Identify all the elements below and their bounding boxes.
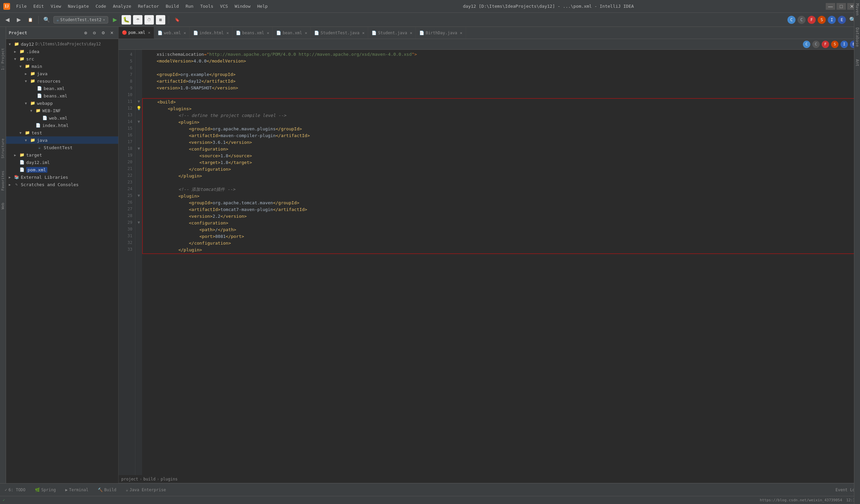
maximize-button[interactable]: □ [836, 3, 846, 10]
web-tab-label[interactable]: Web [0, 201, 6, 211]
breadcrumb-project[interactable]: project [121, 477, 139, 481]
tree-java-main[interactable]: ▶ 📁 java [6, 70, 118, 77]
tab-beans-xml[interactable]: 📄 beans.xml ✕ [232, 27, 273, 39]
gutter-icon-28 [135, 212, 142, 219]
menu-build[interactable]: Build [162, 2, 182, 10]
debug-button[interactable]: 🐛 [121, 15, 131, 25]
tree-resources[interactable]: ▼ 📁 resources [6, 77, 118, 85]
tree-webapp[interactable]: ▼ 📁 webapp [6, 99, 118, 107]
java-enterprise-tab[interactable]: ☕ Java Enterprise [124, 486, 168, 493]
tree-day12-iml[interactable]: ▶ 📄 day12.iml [6, 159, 118, 166]
menu-view[interactable]: View [47, 2, 64, 10]
tab-bean-xml[interactable]: 📄 bean.xml ✕ [273, 27, 311, 39]
tree-external-libraries[interactable]: ▶ 📚 External Libraries [6, 173, 118, 181]
tree-bean-xml[interactable]: ▶ 📄 bean.xml [6, 85, 118, 92]
menu-tools[interactable]: Tools [197, 2, 217, 10]
gutter-fold-11[interactable]: ▼ [135, 98, 142, 105]
gutter-bulb-12[interactable]: 💡 [135, 105, 142, 112]
tab-pom-xml[interactable]: 🔴 pom.xml ✕ [118, 27, 154, 39]
tree-web-xml[interactable]: ▶ 📄 web.xml [6, 114, 118, 121]
menu-run[interactable]: Run [182, 2, 197, 10]
code-content[interactable]: xsi:schemaLocation="http://maven.apache.… [142, 50, 860, 475]
tree-pom-xml[interactable]: ▶ 📄 pom.xml [6, 166, 118, 173]
project-settings-button[interactable]: ⚙ [99, 29, 107, 37]
menu-window[interactable]: Window [231, 2, 254, 10]
tab-student-test[interactable]: 📄 StudentTest.java ✕ [311, 27, 368, 39]
menu-help[interactable]: Help [254, 2, 271, 10]
tab-close-button[interactable]: ✕ [148, 30, 150, 35]
gutter-fold-18[interactable]: ▼ [135, 145, 142, 152]
code-line-28: <version>2.2</version> [143, 213, 859, 220]
back-button[interactable]: ◀ [3, 15, 12, 25]
menu-file[interactable]: File [13, 2, 30, 10]
menu-refactor[interactable]: Refactor [135, 2, 162, 10]
gutter-icon-33 [135, 246, 142, 253]
tree-java-test[interactable]: ▼ 📁 java [6, 136, 118, 144]
tree-webinf[interactable]: ▼ 📁 WEB-INF [6, 107, 118, 114]
tab-close-button[interactable]: ✕ [183, 31, 186, 35]
stop-button[interactable]: ⏹ [156, 15, 165, 25]
project-close-button[interactable]: ✕ [108, 29, 116, 37]
tree-beans-xml[interactable]: ▶ 📄 beans.xml [6, 92, 118, 99]
database-tab-label[interactable]: Database [855, 28, 860, 47]
spring-tab[interactable]: 🌿 Spring [33, 486, 58, 493]
profile-button[interactable]: ⏱ [144, 15, 154, 25]
menu-edit[interactable]: Edit [30, 2, 47, 10]
project-tab-label[interactable]: 1: Project [0, 47, 6, 71]
tab-web-xml[interactable]: 📄 web.xml ✕ [154, 27, 190, 39]
expand-all-button[interactable]: ⊕ [82, 29, 89, 37]
tree-main[interactable]: ▼ 📁 main [6, 62, 118, 70]
minimize-button[interactable]: — [826, 3, 835, 10]
tree-target[interactable]: ▶ 📁 target [6, 151, 118, 159]
breadcrumb-build[interactable]: build [143, 477, 156, 481]
tab-student-java[interactable]: 📄 Student.java ✕ [368, 27, 416, 39]
menu-analyze[interactable]: Analyze [110, 2, 135, 10]
build-tab[interactable]: 🔨 Build [96, 486, 118, 493]
forward-button[interactable]: ▶ [14, 15, 24, 25]
tree-student-test[interactable]: ▶ ☕ StudentTest [6, 144, 118, 151]
todo-tab[interactable]: ✓ 6: TODO [3, 486, 28, 493]
tree-idea[interactable]: ▶ 📁 .idea [6, 48, 118, 55]
menu-navigate[interactable]: Navigate [64, 2, 92, 10]
tab-close-button[interactable]: ✕ [362, 31, 364, 35]
tab-close-button[interactable]: ✕ [460, 31, 462, 35]
run-button[interactable]: ▶ [110, 15, 119, 25]
favorites-tab-label[interactable]: Favorites [0, 169, 6, 192]
folder-icon: 📁 [19, 152, 25, 158]
collapse-all-button[interactable]: ⊖ [91, 29, 98, 37]
tree-root-day12[interactable]: ▼ 📁 day12 D:\Items\IdeaProjects\day12 [6, 40, 118, 48]
gutter-fold-14[interactable]: ▼ [135, 118, 142, 125]
code-editor[interactable]: 4 5 6 7 8 9 10 11 12 13 14 15 16 17 18 1… [118, 50, 860, 475]
tab-close-button[interactable]: ✕ [226, 31, 229, 35]
bookmark-button[interactable]: 🔖 [172, 15, 182, 25]
menu-code[interactable]: Code [92, 2, 110, 10]
gutter-fold-25[interactable]: ▼ [135, 192, 142, 199]
tab-birthday-java[interactable]: 📄 BirthDay.java ✕ [416, 27, 466, 39]
structure-tab-label[interactable]: Structure [0, 137, 6, 160]
tree-scratches[interactable]: ▶ ✎ Scratches and Consoles [6, 181, 118, 188]
tree-index-html[interactable]: ▶ 📄 index.html [6, 121, 118, 129]
tree-test[interactable]: ▼ 📁 test [6, 129, 118, 136]
app-icon: IJ [3, 3, 10, 10]
recent-files-button[interactable]: 📋 [26, 15, 35, 25]
tab-close-button[interactable]: ✕ [267, 31, 269, 35]
coverage-button[interactable]: ☂ [133, 15, 142, 25]
run-configuration-selector[interactable]: ☕ StudentTest.test2 ▾ [54, 16, 108, 24]
ant-tab-label[interactable]: Ant [855, 59, 860, 67]
tab-label: web.xml [164, 31, 181, 35]
code-line-30: <path>/</path> [143, 227, 859, 233]
tree-label: resources [37, 78, 60, 84]
browser-safari-icon: S [818, 16, 826, 24]
terminal-tab[interactable]: ▶ Terminal [63, 486, 90, 493]
menu-vcs[interactable]: VCS [217, 2, 231, 10]
tree-label: main [32, 64, 42, 69]
tree-src[interactable]: ▼ 📁 src [6, 55, 118, 62]
breadcrumb-plugins[interactable]: plugins [161, 477, 178, 481]
gutter-fold-29[interactable]: ▼ [135, 219, 142, 226]
build-icon: 🔨 [98, 488, 103, 492]
tree-label: bean.xml [44, 86, 65, 91]
sync-button[interactable]: 🔍 [42, 15, 52, 25]
tab-close-button[interactable]: ✕ [410, 31, 412, 35]
tab-index-html[interactable]: 📄 index.html ✕ [190, 27, 232, 39]
tab-close-button[interactable]: ✕ [305, 31, 307, 35]
